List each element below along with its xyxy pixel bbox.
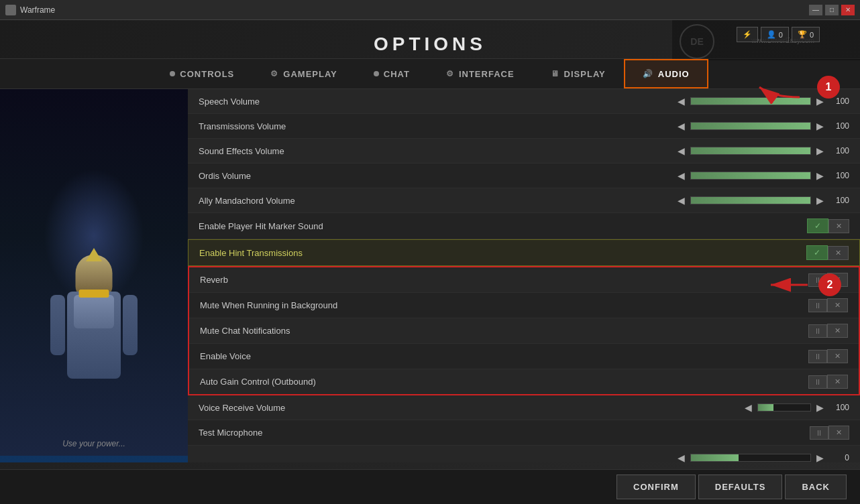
ordis-volume-row: Ordis Volume ◀ ▶ 100 — [188, 164, 860, 188]
mandachord-label: Ally Mandachord Volume — [199, 196, 676, 206]
enable-voice-on-btn[interactable]: II — [808, 350, 827, 363]
minimize-button[interactable]: — — [809, 5, 822, 15]
speech-volume-label: Speech Volume — [199, 97, 676, 107]
mute-bg-toggle[interactable]: II ✕ — [808, 298, 848, 312]
tab-gameplay[interactable]: ⚙ GAMEPLAY — [252, 59, 355, 88]
mandachord-right-arrow[interactable]: ▶ — [815, 194, 825, 207]
plat-value: 0 — [779, 31, 783, 39]
voice-recv-right-arrow[interactable]: ▶ — [815, 401, 825, 414]
annotation-circle-1: 1 — [817, 76, 840, 99]
app-title: Warframe — [20, 5, 55, 15]
plat-icon: 👤 — [767, 30, 776, 39]
sfx-right-arrow[interactable]: ▶ — [815, 144, 825, 158]
test-mic-off-btn[interactable]: ✕ — [828, 426, 849, 440]
mute-chat-toggle[interactable]: II ✕ — [808, 324, 848, 338]
defaults-button[interactable]: DEFAULTS — [698, 475, 783, 499]
tab-audio[interactable]: 🔊 AUDIO — [624, 59, 708, 88]
tab-chat[interactable]: CHAT — [356, 59, 428, 88]
tab-controls[interactable]: CONTROLS — [152, 59, 252, 88]
notification-icon-box[interactable]: ⚡ — [737, 27, 758, 42]
mandachord-volume-row: Ally Mandachord Volume ◀ ▶ 100 — [188, 188, 860, 213]
confirm-button[interactable]: CONFIRM — [616, 475, 696, 499]
hit-marker-toggle[interactable]: ✓ ✕ — [807, 218, 849, 233]
tab-display[interactable]: 🖥 DISPLAY — [533, 59, 624, 88]
ordis-left-arrow[interactable]: ◀ — [676, 169, 686, 182]
mandachord-track[interactable] — [690, 196, 811, 204]
hint-transmissions-toggle[interactable]: ✓ ✕ — [806, 245, 849, 260]
tab-interface-label: INTERFACE — [459, 69, 515, 79]
plat-icon-box[interactable]: 👤 0 — [761, 27, 789, 42]
sfx-left-arrow[interactable]: ◀ — [676, 144, 686, 158]
audio-speaker-icon: 🔊 — [643, 69, 653, 78]
mute-chat-off-btn[interactable]: ✕ — [827, 324, 848, 338]
hint-transmissions-row: Enable Hint Transmissions ✓ ✕ — [188, 239, 860, 266]
ordis-value: 100 — [829, 171, 849, 180]
sfx-control[interactable]: ◀ ▶ 100 — [676, 144, 849, 158]
extra-track[interactable] — [690, 454, 811, 462]
ordis-fill — [691, 172, 810, 179]
mute-bg-on-btn[interactable]: II — [808, 299, 827, 312]
mute-bg-off-btn[interactable]: ✕ — [827, 298, 848, 312]
voice-receive-control[interactable]: ◀ ▶ 100 — [743, 401, 849, 414]
hit-marker-check-icon: ✓ — [814, 221, 821, 231]
hit-marker-on-btn[interactable]: ✓ — [807, 218, 828, 233]
voice-recv-fill — [758, 404, 773, 411]
title-bar-left: Warframe — [5, 5, 55, 15]
voice-receive-label: Voice Receive Volume — [199, 403, 743, 413]
voice-recv-track[interactable] — [757, 403, 811, 412]
bottom-buttons: CONFIRM DEFAULTS BACK — [0, 469, 860, 504]
character-caption: Use your power... — [62, 439, 125, 448]
enable-voice-off-btn[interactable]: ✕ — [827, 349, 848, 363]
back-button[interactable]: BACK — [785, 475, 847, 499]
mute-chat-on-btn[interactable]: II — [808, 324, 827, 338]
extra-left-arrow[interactable]: ◀ — [676, 451, 686, 462]
test-mic-toggle[interactable]: II ✕ — [810, 426, 849, 440]
interface-gear-icon: ⚙ — [446, 69, 454, 78]
credits-icon-box[interactable]: 🏆 0 — [792, 27, 820, 42]
tab-chat-label: CHAT — [384, 69, 410, 79]
speech-vol-left-arrow[interactable]: ◀ — [676, 94, 686, 108]
trans-vol-left-arrow[interactable]: ◀ — [676, 119, 686, 133]
auto-gain-toggle[interactable]: II ✕ — [808, 375, 848, 389]
settings-container: Speech Volume ◀ ▶ 100 Transmissions Volu… — [188, 89, 860, 462]
ordis-label: Ordis Volume — [199, 171, 676, 181]
hit-marker-row: Enable Player Hit Marker Sound ✓ ✕ — [188, 213, 860, 239]
title-bar: Warframe — □ ✕ — [0, 0, 860, 20]
settings-panel: Speech Volume ◀ ▶ 100 Transmissions Volu… — [188, 89, 860, 462]
transmissions-control[interactable]: ◀ ▶ 100 — [676, 119, 849, 133]
tab-interface[interactable]: ⚙ INTERFACE — [428, 59, 533, 88]
transmissions-volume-row: Transmissions Volume ◀ ▶ 100 — [188, 114, 860, 139]
trans-vol-value: 100 — [829, 121, 849, 131]
sfx-fill — [691, 147, 810, 154]
hit-marker-off-btn[interactable]: ✕ — [828, 219, 849, 233]
extra-right-arrow[interactable]: ▶ — [815, 451, 825, 462]
enable-voice-label: Enable Voice — [200, 351, 808, 361]
maximize-button[interactable]: □ — [825, 5, 839, 15]
outlined-group: Reverb II ✕ Mute When Running in Backgro… — [188, 266, 860, 395]
auto-gain-off-btn[interactable]: ✕ — [827, 375, 848, 389]
window-controls[interactable]: — □ ✕ — [809, 5, 855, 15]
svg-text:DE: DE — [690, 36, 703, 47]
hint-trans-check-icon: ✓ — [814, 248, 820, 257]
trans-vol-track[interactable] — [690, 122, 811, 130]
auto-gain-row: Auto Gain Control (Outbound) II ✕ — [189, 369, 859, 394]
mandachord-control[interactable]: ◀ ▶ 100 — [676, 194, 849, 207]
sfx-track[interactable] — [690, 147, 811, 155]
ordis-right-arrow[interactable]: ▶ — [815, 169, 825, 182]
tab-audio-label: AUDIO — [658, 69, 690, 79]
hint-trans-on-btn[interactable]: ✓ — [806, 245, 828, 260]
annotation-1: 1 — [746, 70, 840, 104]
close-button[interactable]: ✕ — [841, 5, 855, 15]
ordis-control[interactable]: ◀ ▶ 100 — [676, 169, 849, 182]
hint-trans-off-btn[interactable]: ✕ — [828, 246, 849, 260]
credits-icon: 🏆 — [798, 30, 807, 39]
extra-slider-control[interactable]: ◀ ▶ 0 — [676, 451, 849, 462]
auto-gain-on-btn[interactable]: II — [808, 375, 827, 389]
mandachord-left-arrow[interactable]: ◀ — [676, 194, 686, 207]
enable-voice-toggle[interactable]: II ✕ — [808, 349, 848, 363]
test-mic-on-btn[interactable]: II — [810, 426, 828, 440]
header-icons: ⚡ 👤 0 🏆 0 — [737, 27, 820, 42]
trans-vol-right-arrow[interactable]: ▶ — [815, 119, 825, 133]
ordis-track[interactable] — [690, 172, 811, 180]
voice-recv-left-arrow[interactable]: ◀ — [743, 401, 753, 414]
